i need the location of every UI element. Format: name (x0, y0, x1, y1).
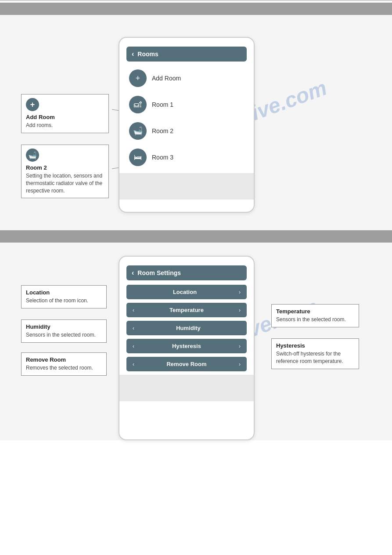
rooms-nav-bar: ‹ Rooms (126, 47, 247, 62)
add-room-annotation: + Add Room Add rooms. (21, 94, 109, 133)
humidity-title: Humidity (26, 323, 102, 330)
plus-icon: + (136, 74, 140, 83)
room3-label: Room 3 (152, 154, 173, 161)
room1-label: Room 1 (152, 101, 173, 108)
add-room-label: Add Room (152, 75, 181, 82)
temperature-annotation: Temperature Sensors in the selected room… (271, 304, 359, 327)
temperature-arrow-right: › (239, 307, 241, 313)
section2-banner (0, 230, 392, 243)
humidity-button[interactable]: ‹ Humidity (126, 321, 247, 335)
room2-title: Room 2 (26, 164, 104, 171)
section1-banner (0, 3, 392, 15)
location-annotation: Location Selection of the room icon. (21, 285, 107, 308)
add-room-desc: Add rooms. (26, 122, 104, 129)
room2-icon: 🛁 (133, 126, 143, 136)
room-settings-title: Room Settings (137, 269, 181, 276)
rooms-phone-mockup: ‹ Rooms + Add Room 🛋 Room 1 🛁 (119, 37, 255, 213)
remove-room-desc: Removes the selected room. (26, 364, 102, 372)
top-divider (0, 0, 392, 1)
hysteresis-arrow-left: ‹ (133, 343, 134, 349)
menu-item-room3[interactable]: 🛏 Room 3 (126, 145, 247, 170)
menu-item-add-room[interactable]: + Add Room (126, 66, 247, 91)
temperature-arrow-left: ‹ (133, 307, 134, 313)
room-settings-phone-mockup: ‹ Room Settings Location › ‹ Temperature… (119, 256, 255, 440)
room1-icon-circle: 🛋 (129, 96, 147, 113)
location-button[interactable]: Location › (126, 285, 247, 299)
room3-icon-circle: 🛏 (129, 149, 147, 166)
location-arrow-right: › (239, 289, 241, 295)
settings-phone-bottom-area (119, 375, 254, 401)
room3-icon: 🛏 (134, 153, 142, 162)
section2-container: manualsive.com Location Selection of the… (0, 243, 392, 440)
menu-item-room2[interactable]: 🛁 Room 2 (126, 119, 247, 143)
room2-label: Room 2 (152, 127, 173, 134)
rooms-title: Rooms (137, 51, 158, 58)
menu-item-room1[interactable]: 🛋 Room 1 (126, 92, 247, 117)
room-settings-back-arrow[interactable]: ‹ (132, 269, 134, 277)
remove-room-arrow-left: ‹ (133, 361, 134, 367)
hysteresis-button[interactable]: ‹ Hysteresis › (126, 339, 247, 353)
room2-annotation: 🛁 Room 2 Setting the location, sensors a… (21, 145, 109, 198)
location-desc: Selection of the room icon. (26, 297, 102, 305)
remove-room-btn-label: Remove Room (136, 361, 237, 367)
room1-icon: 🛋 (134, 100, 142, 109)
rooms-back-arrow[interactable]: ‹ (132, 50, 134, 58)
section1-container: manualsive.com + Add Room Add rooms. 🛁 R… (0, 15, 392, 230)
location-title: Location (26, 289, 102, 296)
room2-icon-circle: 🛁 (129, 122, 147, 140)
humidity-btn-label: Humidity (136, 325, 241, 331)
room2-desc: Setting the location, sensors and thermo… (26, 172, 104, 194)
remove-room-button[interactable]: ‹ Remove Room › (126, 357, 247, 371)
phone-bottom-area (119, 173, 254, 200)
temperature-title: Temperature (276, 308, 354, 315)
room-settings-nav-bar: ‹ Room Settings (126, 265, 247, 280)
remove-room-title: Remove Room (26, 356, 102, 363)
humidity-arrow-left: ‹ (133, 325, 134, 331)
add-room-title: Add Room (26, 114, 104, 120)
hysteresis-title: Hysteresis (276, 342, 354, 349)
hysteresis-desc: Switch-off hysteresis for the reference … (276, 350, 354, 365)
location-btn-label: Location (133, 289, 237, 295)
remove-room-annotation: Remove Room Removes the selected room. (21, 352, 107, 376)
remove-room-arrow-right: › (239, 361, 241, 367)
hysteresis-btn-label: Hysteresis (136, 343, 237, 349)
temperature-btn-label: Temperature (136, 307, 237, 313)
humidity-annotation: Humidity Sensors in the selected room. (21, 319, 107, 343)
temperature-desc: Sensors in the selected room. (276, 316, 354, 323)
temperature-button[interactable]: ‹ Temperature › (126, 303, 247, 317)
humidity-desc: Sensors in the selected room. (26, 331, 102, 339)
hysteresis-annotation: Hysteresis Switch-off hysteresis for the… (271, 338, 359, 369)
hysteresis-arrow-right: › (239, 343, 241, 349)
add-room-icon-circle: + (129, 69, 147, 87)
